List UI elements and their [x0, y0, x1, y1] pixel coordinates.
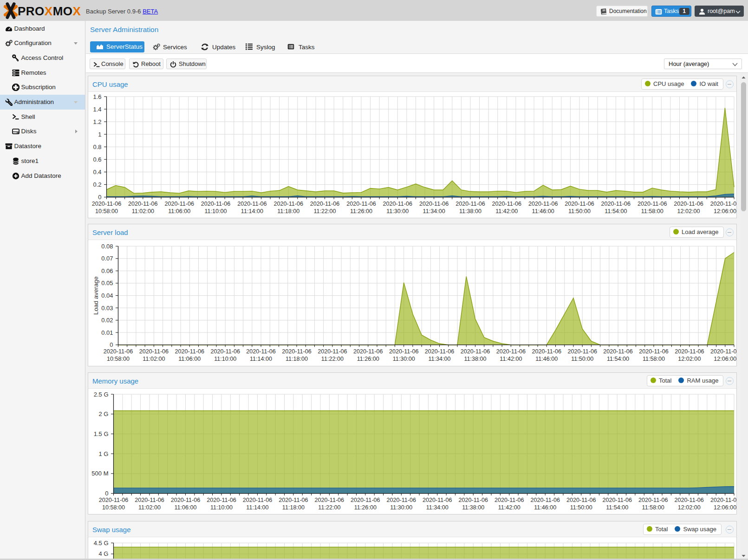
svg-text:2020-11-06: 2020-11-06 — [674, 497, 704, 503]
svg-text:11:02:00: 11:02:00 — [138, 504, 161, 511]
svg-text:2020-11-06: 2020-11-06 — [99, 497, 129, 503]
svg-text:11:22:00: 11:22:00 — [318, 504, 340, 511]
svg-text:11:18:00: 11:18:00 — [282, 504, 305, 511]
svg-text:2020-11-06: 2020-11-06 — [419, 201, 449, 207]
svg-text:12:06:00: 12:06:00 — [714, 208, 736, 215]
svg-text:11:18:00: 11:18:00 — [277, 208, 299, 215]
svg-text:0.03: 0.03 — [101, 305, 113, 312]
svg-text:2020-11-06: 2020-11-06 — [243, 497, 273, 503]
svg-text:2020-11-06: 2020-11-06 — [567, 348, 597, 355]
svg-text:11:34:00: 11:34:00 — [426, 504, 449, 511]
svg-text:11:58:00: 11:58:00 — [643, 356, 665, 362]
svg-text:2020-11-06: 2020-11-06 — [139, 348, 169, 355]
svg-text:2020-11-06: 2020-11-06 — [104, 348, 133, 355]
svg-text:2020-11-06: 2020-11-06 — [175, 348, 205, 355]
svg-text:2.5 G: 2.5 G — [94, 391, 109, 398]
svg-text:11:58:00: 11:58:00 — [642, 504, 664, 511]
svg-text:2020-11-06: 2020-11-06 — [710, 348, 736, 355]
svg-text:2020-11-06: 2020-11-06 — [425, 348, 455, 355]
svg-text:2020-11-06: 2020-11-06 — [346, 201, 376, 207]
svg-text:11:42:00: 11:42:00 — [500, 356, 522, 362]
svg-text:11:06:00: 11:06:00 — [178, 356, 201, 362]
svg-text:10:58:00: 10:58:00 — [95, 208, 118, 215]
svg-text:0: 0 — [110, 341, 113, 348]
svg-text:2020-11-06: 2020-11-06 — [638, 497, 668, 503]
svg-text:2020-11-06: 2020-11-06 — [566, 497, 596, 503]
svg-text:2020-11-06: 2020-11-06 — [128, 201, 158, 207]
svg-text:12:06:00: 12:06:00 — [714, 504, 736, 511]
svg-text:2020-11-06: 2020-11-06 — [603, 348, 633, 355]
svg-text:11:50:00: 11:50:00 — [568, 208, 591, 215]
svg-text:2020-11-06: 2020-11-06 — [207, 497, 236, 503]
svg-text:4 G: 4 G — [99, 550, 109, 557]
svg-text:11:26:00: 11:26:00 — [350, 208, 372, 215]
svg-text:11:58:00: 11:58:00 — [641, 208, 663, 215]
svg-text:11:54:00: 11:54:00 — [607, 356, 629, 362]
svg-text:2020-11-06: 2020-11-06 — [459, 497, 488, 503]
svg-text:2020-11-06: 2020-11-06 — [246, 348, 276, 355]
svg-text:12:06:00: 12:06:00 — [714, 356, 736, 362]
svg-text:11:42:00: 11:42:00 — [495, 208, 518, 215]
svg-text:1 G: 1 G — [99, 450, 109, 457]
svg-text:11:34:00: 11:34:00 — [429, 356, 451, 362]
svg-text:2020-11-06: 2020-11-06 — [675, 348, 704, 355]
svg-text:10:58:00: 10:58:00 — [107, 356, 130, 362]
svg-text:12:02:00: 12:02:00 — [678, 356, 701, 362]
svg-text:2 G: 2 G — [99, 410, 109, 417]
svg-text:11:10:00: 11:10:00 — [210, 504, 233, 511]
svg-text:2020-11-06: 2020-11-06 — [494, 497, 524, 503]
svg-text:2020-11-06: 2020-11-06 — [387, 497, 416, 503]
svg-text:4.5 G: 4.5 G — [94, 540, 109, 547]
svg-text:1: 1 — [98, 131, 101, 138]
svg-text:11:50:00: 11:50:00 — [570, 504, 592, 511]
svg-text:12:02:00: 12:02:00 — [677, 208, 700, 215]
svg-text:11:54:00: 11:54:00 — [606, 504, 628, 511]
svg-text:1.2: 1.2 — [93, 118, 101, 125]
svg-text:0.02: 0.02 — [101, 317, 113, 324]
svg-text:2020-11-06: 2020-11-06 — [237, 201, 267, 207]
svg-text:11:10:00: 11:10:00 — [204, 208, 227, 215]
svg-text:2020-11-06: 2020-11-06 — [92, 201, 122, 207]
svg-text:0.4: 0.4 — [93, 169, 101, 176]
svg-text:11:46:00: 11:46:00 — [532, 208, 554, 215]
svg-text:2020-11-06: 2020-11-06 — [528, 201, 558, 207]
svg-text:2020-11-06: 2020-11-06 — [171, 497, 201, 503]
svg-text:11:02:00: 11:02:00 — [143, 356, 165, 362]
svg-text:2020-11-06: 2020-11-06 — [639, 348, 669, 355]
svg-text:1.6: 1.6 — [93, 93, 101, 100]
svg-text:2020-11-06: 2020-11-06 — [389, 348, 419, 355]
svg-text:10:58:00: 10:58:00 — [102, 504, 125, 511]
svg-text:11:14:00: 11:14:00 — [246, 504, 268, 511]
svg-text:11:26:00: 11:26:00 — [354, 504, 377, 511]
svg-text:0.05: 0.05 — [101, 280, 113, 287]
svg-text:2020-11-06: 2020-11-06 — [496, 348, 526, 355]
svg-text:11:14:00: 11:14:00 — [250, 356, 272, 362]
svg-text:2020-11-06: 2020-11-06 — [601, 201, 631, 207]
svg-text:2020-11-06: 2020-11-06 — [310, 201, 340, 207]
svg-text:11:18:00: 11:18:00 — [286, 356, 308, 362]
svg-text:11:02:00: 11:02:00 — [132, 208, 154, 215]
svg-text:11:34:00: 11:34:00 — [423, 208, 445, 215]
svg-text:2020-11-06: 2020-11-06 — [353, 348, 383, 355]
svg-text:0.06: 0.06 — [101, 267, 113, 274]
svg-text:11:38:00: 11:38:00 — [459, 208, 481, 215]
svg-text:2020-11-06: 2020-11-06 — [279, 497, 308, 503]
svg-text:11:30:00: 11:30:00 — [393, 356, 415, 362]
svg-text:2020-11-06: 2020-11-06 — [423, 497, 452, 503]
svg-text:2020-11-06: 2020-11-06 — [164, 201, 194, 207]
svg-text:2020-11-06: 2020-11-06 — [318, 348, 347, 355]
svg-text:11:50:00: 11:50:00 — [571, 356, 593, 362]
svg-text:11:46:00: 11:46:00 — [534, 504, 556, 511]
svg-text:500 M: 500 M — [91, 470, 108, 477]
svg-text:2020-11-06: 2020-11-06 — [351, 497, 380, 503]
svg-text:2020-11-06: 2020-11-06 — [492, 201, 522, 207]
svg-text:11:22:00: 11:22:00 — [321, 356, 344, 362]
svg-text:2020-11-06: 2020-11-06 — [315, 497, 345, 503]
svg-text:2020-11-06: 2020-11-06 — [532, 348, 562, 355]
svg-text:0.04: 0.04 — [101, 292, 113, 299]
svg-text:12:02:00: 12:02:00 — [678, 504, 701, 511]
svg-text:2020-11-06: 2020-11-06 — [530, 497, 560, 503]
svg-text:11:38:00: 11:38:00 — [464, 356, 486, 362]
svg-text:2020-11-06: 2020-11-06 — [637, 201, 667, 207]
svg-text:0: 0 — [98, 194, 101, 201]
